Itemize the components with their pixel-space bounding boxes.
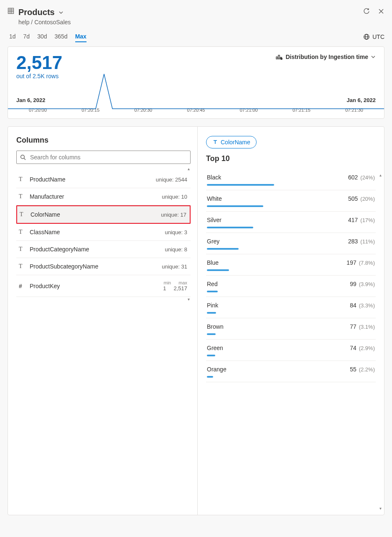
bar-label: Pink bbox=[207, 302, 218, 309]
bar-value: 77 bbox=[350, 323, 356, 330]
time-tab-1d[interactable]: 1d bbox=[9, 31, 16, 42]
svg-rect-0 bbox=[8, 8, 14, 14]
top-values-list: Black602(24%)White505(20%)Silver417(17%)… bbox=[206, 169, 376, 382]
column-row[interactable]: TClassNameunique: 3 bbox=[16, 224, 191, 241]
column-meta: unique: 8 bbox=[165, 246, 188, 253]
column-name: ColorName bbox=[31, 211, 60, 218]
bar-fill bbox=[207, 291, 218, 292]
search-icon bbox=[20, 154, 26, 160]
bar-label: White bbox=[207, 195, 222, 202]
bar-label: Black bbox=[207, 174, 221, 181]
svg-rect-11 bbox=[278, 55, 280, 59]
globe-icon bbox=[363, 33, 370, 40]
axis-tick: 07:20:30 bbox=[134, 107, 152, 113]
bar-percent: (7.8%) bbox=[359, 260, 375, 266]
bar-row: Brown77(3.1%) bbox=[206, 318, 376, 340]
bar-label: Red bbox=[207, 281, 218, 287]
column-name: ProductKey bbox=[30, 283, 60, 289]
distribution-label: Distribution by Ingestion time bbox=[285, 54, 368, 60]
bar-fill bbox=[207, 312, 216, 314]
column-row[interactable]: #ProductKeyminmax12,517 bbox=[16, 275, 191, 297]
date-start: Jan 6, 2022 bbox=[16, 97, 45, 103]
bar-fill bbox=[207, 269, 229, 271]
column-name: ProductCategoryName bbox=[30, 246, 89, 253]
refresh-icon[interactable] bbox=[363, 8, 370, 15]
svg-rect-10 bbox=[276, 57, 277, 59]
bar-fill bbox=[207, 205, 263, 207]
bar-percent: (3.1%) bbox=[359, 324, 375, 330]
bar-value: 197 bbox=[346, 259, 356, 266]
axis-tick: 07:20:15 bbox=[81, 107, 99, 113]
column-meta: unique: 10 bbox=[162, 194, 187, 200]
chevron-down-icon bbox=[371, 54, 376, 59]
chevron-down-icon[interactable] bbox=[58, 10, 64, 15]
column-list: TProductNameunique: 2544TManufactureruni… bbox=[16, 171, 191, 297]
table-icon bbox=[8, 8, 14, 14]
bar-percent: (2.9%) bbox=[359, 345, 375, 351]
column-meta: unique: 31 bbox=[162, 263, 187, 270]
distribution-dropdown[interactable]: Distribution by Ingestion time bbox=[275, 54, 376, 60]
row-count-subtext: out of 2.5K rows bbox=[16, 73, 62, 79]
text-type-icon: T bbox=[19, 229, 25, 235]
column-row[interactable]: TProductNameunique: 2544 bbox=[16, 171, 191, 188]
column-row[interactable]: TColorNameunique: 17 bbox=[16, 205, 191, 224]
bar-value: 74 bbox=[350, 345, 356, 351]
column-row[interactable]: TProductSubcategoryNameunique: 31 bbox=[16, 258, 191, 275]
breadcrumb: help / ContosoSales bbox=[18, 19, 71, 26]
bar-row: Silver417(17%) bbox=[206, 212, 376, 233]
text-type-icon bbox=[212, 139, 218, 145]
bar-label: Grey bbox=[207, 238, 219, 245]
text-type-icon: T bbox=[19, 246, 25, 253]
bar-percent: (3.9%) bbox=[359, 281, 375, 287]
axis-tick: 07:20:00 bbox=[29, 107, 47, 113]
bar-row: Orange55(2.2%) bbox=[206, 361, 376, 382]
bar-percent: (11%) bbox=[360, 238, 375, 245]
timezone-selector[interactable]: UTC bbox=[363, 33, 384, 40]
date-end: Jan 6, 2022 bbox=[347, 97, 376, 103]
bar-label: Blue bbox=[207, 259, 219, 266]
svg-point-13 bbox=[280, 58, 283, 60]
time-tab-max[interactable]: Max bbox=[75, 31, 87, 42]
bar-value: 283 bbox=[348, 238, 358, 245]
axis-tick: 07:21:30 bbox=[345, 107, 363, 113]
row-count: 2,517 bbox=[16, 54, 62, 72]
summary-card: 2,517 out of 2.5K rows Distribution by I… bbox=[8, 46, 384, 119]
bar-row: Red99(3.9%) bbox=[206, 276, 376, 297]
bar-row: White505(20%) bbox=[206, 190, 376, 212]
column-name: ProductSubcategoryName bbox=[30, 263, 98, 270]
bar-row: Blue197(7.8%) bbox=[206, 254, 376, 276]
distribution-icon bbox=[275, 54, 283, 60]
bar-fill bbox=[207, 184, 274, 186]
bar-fill bbox=[207, 227, 253, 228]
bar-percent: (17%) bbox=[360, 217, 375, 223]
bar-percent: (24%) bbox=[360, 174, 375, 181]
column-row[interactable]: TProductCategoryNameunique: 8 bbox=[16, 241, 191, 258]
bar-fill bbox=[207, 248, 239, 250]
top-title: Top 10 bbox=[206, 154, 376, 163]
column-row[interactable]: TManufacturerunique: 10 bbox=[16, 188, 191, 205]
column-meta: unique: 2544 bbox=[156, 176, 187, 183]
bar-label: Brown bbox=[207, 323, 224, 330]
text-type-icon: T bbox=[19, 176, 25, 183]
number-type-icon: # bbox=[19, 283, 25, 289]
bar-fill bbox=[207, 333, 216, 335]
bar-label: Orange bbox=[207, 366, 227, 373]
time-tab-365d[interactable]: 365d bbox=[55, 31, 68, 42]
time-tab-7d[interactable]: 7d bbox=[23, 31, 30, 42]
column-meta: unique: 3 bbox=[165, 229, 188, 235]
column-meta: unique: 17 bbox=[161, 212, 186, 218]
close-icon[interactable] bbox=[378, 8, 384, 15]
svg-line-15 bbox=[24, 158, 25, 160]
search-input[interactable] bbox=[16, 151, 191, 164]
bar-label: Silver bbox=[207, 217, 221, 223]
bar-value: 602 bbox=[348, 174, 358, 181]
time-tab-30d[interactable]: 30d bbox=[37, 31, 47, 42]
column-name: Manufacturer bbox=[30, 193, 64, 200]
bar-percent: (20%) bbox=[360, 196, 375, 202]
bar-value: 84 bbox=[350, 302, 356, 309]
selected-column-chip[interactable]: ColorName bbox=[206, 136, 257, 148]
text-type-icon: T bbox=[19, 193, 25, 200]
timezone-label: UTC bbox=[372, 33, 384, 40]
bar-percent: (2.2%) bbox=[359, 366, 375, 373]
svg-point-14 bbox=[21, 155, 25, 159]
